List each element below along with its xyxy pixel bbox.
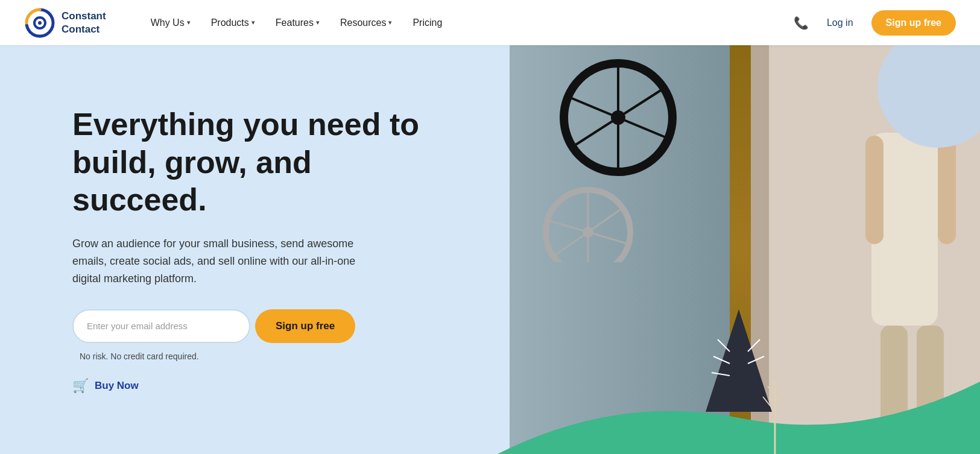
nav-item-resources[interactable]: Resources ▾: [332, 13, 400, 33]
svg-point-2: [38, 21, 42, 25]
header: Constant Contact Why Us ▾ Products ▾ Fea…: [0, 0, 980, 45]
svg-line-37: [768, 386, 775, 394]
hero-subtext: Grow an audience for your small business…: [72, 235, 374, 287]
svg-rect-24: [865, 136, 884, 244]
hero-heading: Everything you need to build, grow, and …: [72, 106, 422, 218]
tree-decorations: [678, 303, 799, 454]
svg-line-14: [588, 207, 624, 232]
svg-rect-25: [938, 136, 956, 244]
login-button[interactable]: Log in: [820, 13, 861, 33]
chevron-down-icon: ▾: [316, 19, 320, 27]
header-right: 📞 Log in Sign up free: [794, 10, 956, 36]
hero-form: Sign up free: [72, 309, 422, 343]
svg-line-15: [588, 232, 629, 244]
nav-item-products[interactable]: Products ▾: [203, 13, 264, 33]
nav-item-pricing[interactable]: Pricing: [404, 13, 450, 33]
svg-line-10: [567, 96, 618, 118]
phone-icon[interactable]: 📞: [794, 16, 809, 30]
no-risk-text: No risk. No credit card required.: [80, 352, 422, 361]
svg-line-9: [573, 118, 618, 147]
email-input[interactable]: [72, 309, 250, 343]
svg-line-36: [775, 393, 784, 403]
hero-signup-button[interactable]: Sign up free: [255, 309, 355, 343]
main-nav: Why Us ▾ Products ▾ Features ▾ Resources…: [142, 13, 794, 33]
svg-line-17: [552, 232, 588, 257]
logo-icon: [24, 7, 55, 39]
nav-item-features[interactable]: Features ▾: [267, 13, 328, 33]
svg-line-18: [547, 220, 588, 232]
chevron-down-icon: ▾: [187, 19, 191, 27]
cart-icon: 🛒: [72, 378, 89, 394]
chevron-down-icon: ▾: [251, 19, 255, 27]
hero-content: Everything you need to build, grow, and …: [0, 69, 422, 430]
hero-section: Everything you need to build, grow, and …: [0, 45, 980, 454]
svg-marker-28: [706, 309, 772, 412]
svg-line-7: [618, 118, 669, 139]
signup-button[interactable]: Sign up free: [871, 10, 956, 36]
logo[interactable]: Constant Contact: [24, 7, 106, 39]
buy-now-link[interactable]: 🛒 Buy Now: [72, 378, 422, 394]
logo-text: Constant Contact: [62, 10, 106, 36]
svg-line-6: [618, 89, 663, 118]
bike-illustration: [522, 57, 715, 262]
chevron-down-icon: ▾: [388, 19, 392, 27]
nav-item-why-us[interactable]: Why Us ▾: [142, 13, 199, 33]
